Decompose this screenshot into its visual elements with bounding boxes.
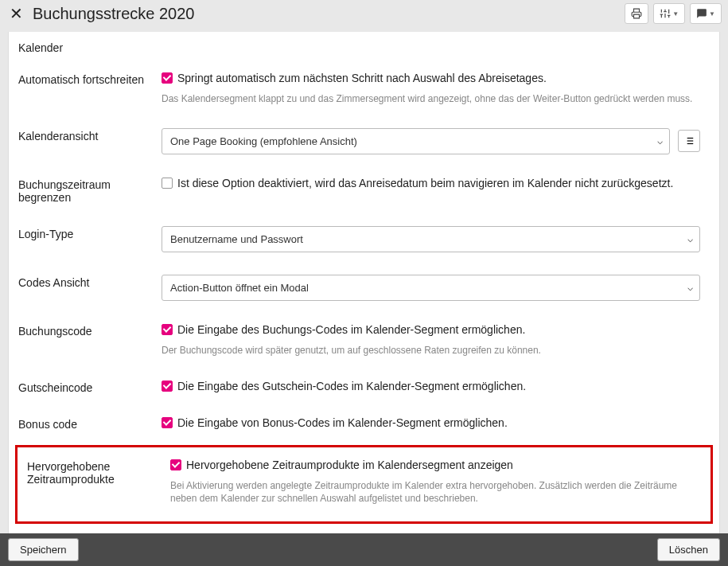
field-control: Benutzername und Passwort ⌵ — [162, 226, 710, 252]
field-auto-advance: Automatisch fortschreiten Springt automa… — [9, 61, 719, 117]
checkbox-label: Springt automatisch zum nächsten Schritt… — [177, 72, 547, 84]
checkbox-line: Ist diese Option deaktiviert, wird das A… — [162, 177, 700, 189]
field-login-type: Login-Type Benutzername und Passwort ⌵ — [9, 215, 719, 263]
limit-period-checkbox[interactable] — [162, 178, 173, 189]
header-toolbar: ▼ ▼ — [625, 3, 722, 24]
field-control: Die Eingabe von Bonus-Codes im Kalender-… — [162, 416, 710, 431]
field-control: Hervorgehobene Zeitraumprodukte im Kalen… — [170, 459, 701, 506]
comment-button[interactable]: ▼ — [690, 3, 722, 24]
header: ✕ Buchungsstrecke 2020 ▼ ▼ — [0, 0, 728, 32]
header-left: ✕ Buchungsstrecke 2020 — [10, 5, 194, 23]
checkbox-label: Die Eingabe von Bonus-Codes im Kalender-… — [177, 416, 508, 429]
field-label: Buchungszeitraum begrenzen — [18, 177, 162, 204]
save-button[interactable]: Speichern — [8, 538, 79, 561]
field-label: Login-Type — [18, 226, 162, 252]
list-icon — [683, 135, 695, 146]
checkbox-label: Hervorgehobene Zeitraumprodukte im Kalen… — [186, 459, 513, 471]
help-text: Bei Aktivierung werden angelegte Zeitrau… — [170, 479, 691, 506]
footer: Speichern Löschen — [0, 533, 728, 566]
checkbox-line: Hervorgehobene Zeitraumprodukte im Kalen… — [170, 459, 691, 471]
section-title: Kalender — [9, 41, 719, 61]
page-title: Buchungsstrecke 2020 — [33, 5, 194, 23]
field-label: Gutscheincode — [18, 380, 162, 394]
delete-button[interactable]: Löschen — [657, 538, 720, 561]
field-control: Die Eingabe des Gutschein-Codes im Kalen… — [162, 380, 710, 394]
content-panel: Kalender Automatisch fortschreiten Sprin… — [8, 32, 720, 535]
checkbox-label: Ist diese Option deaktiviert, wird das A… — [177, 177, 673, 189]
field-control: Springt automatisch zum nächsten Schritt… — [162, 72, 710, 106]
checkbox-label: Die Eingabe des Buchungs-Codes im Kalend… — [177, 323, 525, 336]
field-limit-period: Buchungszeitraum begrenzen Ist diese Opt… — [9, 166, 719, 215]
print-icon — [631, 8, 642, 19]
select-row: One Page Booking (empfohlene Ansicht) ⌵ — [162, 128, 700, 154]
codes-view-select[interactable]: Action-Button öffnet ein Modal ⌵ — [162, 275, 700, 301]
calendar-view-select[interactable]: One Page Booking (empfohlene Ansicht) ⌵ — [162, 128, 670, 154]
field-control: Ist diese Option deaktiviert, wird das A… — [162, 177, 710, 204]
login-type-select[interactable]: Benutzername und Passwort ⌵ — [162, 226, 700, 252]
field-label: Kalenderansicht — [18, 128, 162, 154]
field-calendar-view: Kalenderansicht One Page Booking (empfoh… — [9, 117, 719, 166]
highlighted-section: Hervorgehobene Zeitraumprodukte Hervorge… — [15, 445, 713, 525]
field-label: Codes Ansicht — [18, 275, 162, 301]
field-label: Bonus code — [18, 416, 162, 431]
field-bonus-code: Bonus code Die Eingabe von Bonus-Codes i… — [9, 405, 719, 442]
field-label: Automatisch fortschreiten — [18, 72, 162, 106]
field-codes-view: Codes Ansicht Action-Button öffnet ein M… — [9, 263, 719, 312]
print-button[interactable] — [625, 3, 648, 24]
chevron-down-icon: ⌵ — [687, 233, 693, 244]
chevron-down-icon: ▼ — [672, 10, 679, 18]
checkbox-line: Die Eingabe von Bonus-Codes im Kalender-… — [162, 416, 700, 429]
select-value: Benutzername und Passwort — [170, 233, 303, 245]
bonus-code-checkbox[interactable] — [162, 417, 173, 428]
select-value: One Page Booking (empfohlene Ansicht) — [170, 135, 357, 147]
booking-code-checkbox[interactable] — [162, 324, 173, 335]
chevron-down-icon: ⌵ — [687, 282, 693, 293]
checkbox-line: Die Eingabe des Buchungs-Codes im Kalend… — [162, 323, 700, 336]
voucher-code-checkbox[interactable] — [162, 381, 173, 392]
checkbox-line: Die Eingabe des Gutschein-Codes im Kalen… — [162, 380, 700, 392]
help-text: Das Kalendersegment klappt zu und das Zi… — [162, 92, 700, 106]
field-booking-code: Buchungscode Die Eingabe des Buchungs-Co… — [9, 312, 719, 369]
checkbox-label: Die Eingabe des Gutschein-Codes im Kalen… — [177, 380, 526, 392]
help-text: Der Buchungscode wird später genutzt, um… — [162, 344, 700, 357]
field-voucher-code: Gutscheincode Die Eingabe des Gutschein-… — [9, 369, 719, 405]
select-value: Action-Button öffnet ein Modal — [170, 282, 309, 294]
chevron-down-icon: ▼ — [709, 10, 715, 18]
field-label: Buchungscode — [18, 323, 162, 357]
field-label: Hervorgehobene Zeitraumprodukte — [27, 459, 170, 506]
chevron-down-icon: ⌵ — [657, 135, 663, 146]
auto-advance-checkbox[interactable] — [162, 72, 173, 84]
speech-bubble-icon — [696, 8, 707, 19]
highlighted-products-checkbox[interactable] — [170, 459, 181, 470]
field-control: Die Eingabe des Buchungs-Codes im Kalend… — [162, 323, 710, 357]
field-control: Action-Button öffnet ein Modal ⌵ — [162, 275, 710, 301]
checkbox-line: Springt automatisch zum nächsten Schritt… — [162, 72, 700, 84]
calendar-view-addon-button[interactable] — [678, 130, 700, 152]
sliders-icon — [660, 8, 671, 19]
field-highlighted-products: Hervorgehobene Zeitraumprodukte Hervorge… — [21, 455, 707, 509]
settings-button[interactable]: ▼ — [653, 3, 685, 24]
field-control: One Page Booking (empfohlene Ansicht) ⌵ — [162, 128, 710, 154]
close-icon[interactable]: ✕ — [10, 6, 23, 21]
